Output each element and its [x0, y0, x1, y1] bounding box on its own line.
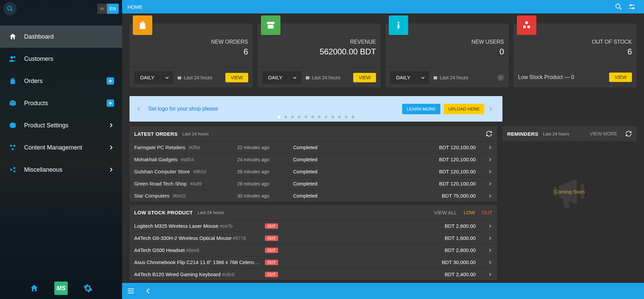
- upload-here-button[interactable]: UPLOAD HERE: [444, 104, 484, 114]
- order-row[interactable]: Star Computers#be0230 minutes agoComplet…: [129, 189, 497, 202]
- range-dropdown[interactable]: DAILY: [134, 71, 173, 84]
- sidebar-top: বাং EN: [0, 0, 122, 17]
- store-icon: [261, 15, 280, 35]
- chevron-right-icon: [108, 167, 114, 173]
- order-amount: BDT 120,100.00: [332, 169, 488, 174]
- sidebar-item-orders[interactable]: Orders +: [0, 70, 122, 92]
- chevron-right-icon: [488, 272, 492, 277]
- chevron-down-icon: [160, 71, 173, 84]
- card-value: 6: [134, 47, 248, 56]
- order-row[interactable]: Mohakhali Gadgets#a85424 minutes agoComp…: [129, 153, 497, 165]
- sidebar: বাং EN Dashboard Customers Orders + Prod…: [0, 0, 122, 299]
- view-more-link[interactable]: VIEW MORE: [590, 131, 617, 136]
- add-order-icon[interactable]: +: [107, 77, 114, 85]
- bag-icon: [133, 15, 152, 35]
- coming-soon-text: Coming Soon: [554, 189, 585, 195]
- order-name: Farmgate PC Retailers: [134, 144, 185, 150]
- range-dropdown[interactable]: DAILY: [390, 71, 429, 84]
- sidebar-item-label: Products: [24, 100, 48, 107]
- calendar-icon: [177, 75, 182, 80]
- order-amount: BDT 120,100.00: [332, 181, 488, 186]
- chevron-down-icon: [416, 71, 429, 84]
- misc-icon: [8, 165, 17, 174]
- product-name: Asus Chromebook Flip C214 11.6" 1366 x 7…: [134, 259, 262, 265]
- home-small-icon[interactable]: [28, 282, 41, 295]
- order-status: Completed: [278, 157, 332, 162]
- refresh-icon[interactable]: [486, 130, 492, 137]
- view-button[interactable]: VIEW: [609, 73, 632, 82]
- gear-icon[interactable]: [81, 282, 95, 295]
- view-button[interactable]: VIEW: [353, 73, 376, 82]
- low-stock-text: Low Stock Product — 0: [518, 74, 574, 80]
- info-small-icon[interactable]: i: [497, 74, 504, 81]
- learn-more-button[interactable]: LEARN MORE: [402, 104, 440, 114]
- menu-icon[interactable]: [127, 287, 135, 295]
- sidebar-item-customers[interactable]: Customers: [0, 48, 122, 70]
- calendar-icon: [305, 75, 310, 80]
- low-stock-row[interactable]: A4Tech G500 Headset #8ee6OUTBDT 2,800.00: [129, 244, 497, 256]
- card-out-of-stock: OUT OF STOCK 6 Low Stock Product — 0 VIE…: [514, 24, 637, 87]
- order-status: Completed: [278, 181, 332, 186]
- svg-line-7: [11, 10, 13, 11]
- banner-prev-icon[interactable]: [136, 106, 144, 112]
- svg-point-6: [8, 6, 12, 10]
- panel-subtitle: Last 24 hours: [198, 210, 224, 215]
- order-row[interactable]: Farmgate PC Retailers#0f5e22 minutes ago…: [129, 141, 497, 153]
- chevron-right-icon: [488, 248, 492, 253]
- back-icon[interactable]: [145, 288, 152, 294]
- product-price: BDT 2,600.00: [278, 223, 488, 229]
- bag-icon: [8, 76, 17, 86]
- svg-rect-21: [434, 76, 437, 79]
- sidebar-item-content-management[interactable]: Content Management: [0, 136, 122, 159]
- panel-subtitle: Last 24 hours: [543, 131, 570, 136]
- view-button[interactable]: VIEW: [225, 73, 248, 82]
- product-price: BDT 2,400.00: [278, 271, 488, 277]
- sidebar-item-products[interactable]: Products +: [0, 92, 122, 114]
- banner-message: Set logo for your shop please: [148, 106, 399, 112]
- low-stock-row[interactable]: A4Tech B120 Wired Gaming Keyboard #c6c6O…: [129, 268, 497, 280]
- banner-next-icon[interactable]: [488, 106, 496, 112]
- settings-sliders-icon[interactable]: [625, 0, 639, 13]
- chevron-right-icon: [488, 224, 492, 228]
- sidebar-item-product-settings[interactable]: Product Settings: [0, 114, 122, 136]
- chevron-right-icon: [488, 260, 492, 265]
- sidebar-search-icon[interactable]: [3, 2, 17, 15]
- order-name: Mohakhali Gadgets: [134, 157, 177, 162]
- add-product-icon[interactable]: +: [107, 99, 114, 107]
- sidebar-item-miscellaneous[interactable]: Miscellaneous: [0, 159, 122, 181]
- order-row[interactable]: Gulshan Computer Store#865d26 minutes ag…: [129, 165, 497, 177]
- lang-bn[interactable]: বাং: [97, 4, 107, 14]
- order-code: #a854: [181, 157, 194, 162]
- search-icon[interactable]: [612, 0, 625, 13]
- range-dropdown[interactable]: DAILY: [262, 71, 301, 84]
- low-stock-row[interactable]: Asus Chromebook Flip C214 11.6" 1366 x 7…: [129, 256, 497, 268]
- svg-point-15: [13, 170, 15, 172]
- banner-dots[interactable]: [278, 116, 354, 118]
- lang-en[interactable]: EN: [107, 4, 119, 14]
- order-code: #865d: [193, 169, 206, 174]
- low-stock-panel: LOW STOCK PRODUCT Last 24 hours VIEW ALL…: [129, 205, 497, 280]
- card-new-orders: NEW ORDERS 6 DAILY Last 24 hours VIEW: [129, 24, 253, 87]
- chevron-right-icon: [488, 194, 492, 198]
- boxes-icon: [517, 15, 536, 35]
- range-label: Last 24 hours: [305, 75, 340, 80]
- sidebar-item-dashboard[interactable]: Dashboard: [0, 26, 122, 48]
- tab-view-all[interactable]: VIEW ALL: [434, 210, 457, 215]
- info-icon: [389, 15, 408, 35]
- brand-logo[interactable]: MS: [54, 282, 68, 295]
- refresh-icon[interactable]: [625, 130, 632, 137]
- tab-low[interactable]: LOW: [464, 210, 475, 215]
- low-stock-row[interactable]: Logitech M325 Wireless Laser Mouse #ce7b…: [129, 220, 497, 232]
- order-row[interactable]: Green Road Tech Shop#4af928 minutes agoC…: [129, 177, 497, 189]
- low-stock-row[interactable]: A4Tech G9-330H-2 Wireless Optical Mouse …: [129, 232, 497, 244]
- sidebar-item-label: Miscellaneous: [24, 166, 62, 173]
- order-time: 26 minutes ago: [228, 169, 278, 174]
- svg-rect-17: [178, 76, 181, 77]
- language-toggle[interactable]: বাং EN: [97, 4, 119, 14]
- order-amount: BDT 120,100.00: [332, 157, 488, 162]
- chevron-right-icon: [488, 157, 492, 162]
- notice-banner: Set logo for your shop please LEARN MORE…: [129, 96, 502, 122]
- tab-out[interactable]: OUT: [482, 210, 492, 215]
- product-code: #9776: [233, 236, 246, 241]
- product-name: A4Tech G500 Headset #8ee6: [134, 247, 262, 253]
